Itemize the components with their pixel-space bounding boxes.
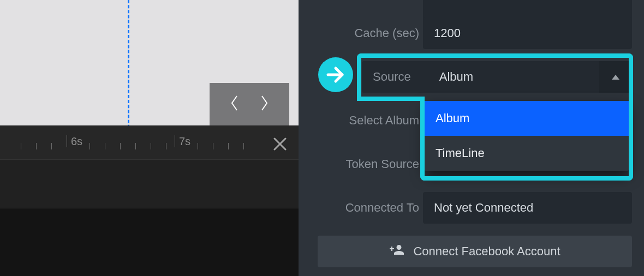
value-source: Album xyxy=(427,70,473,84)
playhead-line xyxy=(128,0,129,133)
value-connected-field: Not yet Connected xyxy=(423,192,632,224)
source-dropdown-list: Album TimeLine xyxy=(425,101,629,171)
next-frame-button[interactable] xyxy=(259,95,269,113)
arrow-right-icon xyxy=(318,57,353,92)
ruler-tick-7s: 7s xyxy=(179,135,190,148)
timeline-track[interactable] xyxy=(0,159,299,208)
ruler-tick-6s: 6s xyxy=(71,135,82,148)
label-cache: Cache (sec) xyxy=(310,26,419,40)
person-add-icon xyxy=(389,244,404,259)
row-cache: Cache (sec) 1200 xyxy=(299,17,632,49)
option-album[interactable]: Album xyxy=(425,101,629,136)
label-select-album: Select Album xyxy=(310,113,419,128)
label-token-source: Token Source xyxy=(310,157,419,171)
label-source: Source xyxy=(362,70,427,84)
timeline-ruler[interactable] xyxy=(0,125,299,159)
input-cache[interactable]: 1200 xyxy=(423,17,632,49)
value-cache: 1200 xyxy=(434,26,461,40)
connect-facebook-button[interactable]: Connect Facebook Account xyxy=(318,236,632,267)
row-connected: Connected To Not yet Connected xyxy=(299,192,632,224)
preview-nav xyxy=(210,83,289,125)
select-source[interactable]: Source Album xyxy=(362,61,632,93)
connect-label: Connect Facebook Account xyxy=(413,244,560,259)
close-button[interactable] xyxy=(272,136,288,152)
timeline-panel: 6s 7s xyxy=(0,0,299,276)
label-connected: Connected To xyxy=(310,201,419,215)
timeline-empty xyxy=(0,208,299,276)
dropdown-toggle[interactable] xyxy=(599,61,632,93)
highlight-frame xyxy=(357,97,425,101)
value-connected: Not yet Connected xyxy=(434,201,533,215)
option-timeline[interactable]: TimeLine xyxy=(425,136,629,171)
chevron-up-icon xyxy=(612,75,619,80)
prev-frame-button[interactable] xyxy=(230,95,240,113)
